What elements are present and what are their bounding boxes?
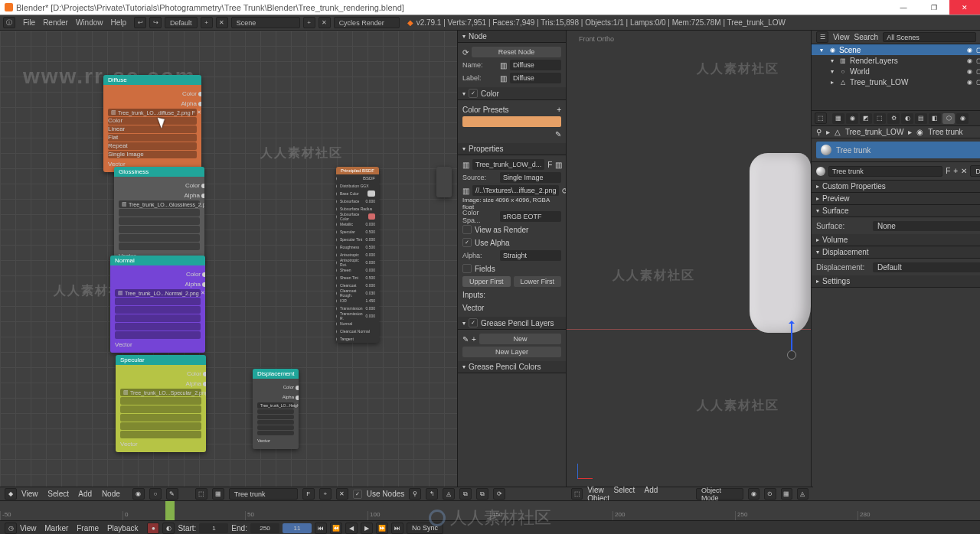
section-preview[interactable]: ▸Preview	[812, 193, 980, 205]
path-field[interactable]: //..\Textures\...iffuse_2.png	[472, 185, 559, 196]
object-gizmo[interactable]	[785, 321, 799, 357]
gp-new-button[interactable]: New	[479, 334, 561, 344]
principled-input[interactable]: Specular Tint0.000	[336, 236, 379, 243]
section-color[interactable]: Color	[458, 87, 566, 100]
properties-tab[interactable]: ▤	[915, 113, 927, 124]
folder-icon[interactable]: ▥	[462, 187, 469, 195]
principled-input[interactable]: Clearcoat Normal	[336, 327, 379, 335]
shader-type-object-icon[interactable]: ◉	[132, 488, 145, 500]
visibility-icon[interactable]: ◉	[965, 46, 973, 54]
expand-icon[interactable]: ▸	[828, 78, 836, 86]
node-normal[interactable]: Normal Color Alpha ▥Tree_trunk_LO...Norm…	[110, 256, 205, 353]
material-slot[interactable]: Tree trunk	[816, 142, 980, 158]
menu-view[interactable]: View	[587, 486, 604, 494]
minimize-button[interactable]: —	[888, 0, 919, 15]
outliner-row[interactable]: ▾◉Scene◉▢◎	[812, 44, 980, 55]
expand-icon[interactable]: ▾	[818, 46, 825, 54]
pin-icon[interactable]: ⚲	[816, 128, 822, 136]
node-header[interactable]: Principled BSDF	[336, 167, 379, 174]
color-well[interactable]	[462, 116, 561, 127]
fields-checkbox[interactable]	[462, 264, 472, 273]
section-properties[interactable]: Properties	[458, 143, 566, 155]
gp-icon[interactable]: ✎	[462, 335, 469, 344]
texture-icon[interactable]: ▦	[212, 488, 224, 500]
unlink-icon[interactable]: ▥	[555, 161, 562, 169]
mesh-tree-trunk[interactable]	[750, 153, 811, 333]
layers-icon[interactable]: ▦	[781, 488, 792, 500]
editor-type-icon[interactable]: ◷	[5, 523, 17, 534]
node-diffuse[interactable]: Diffuse Color Alpha ▥Tree_trunk_LO...dif…	[103, 75, 201, 172]
reset-icon[interactable]: ⟳	[462, 48, 469, 57]
gp-new-layer-button[interactable]: New Layer	[462, 347, 561, 357]
node-editor-viewport[interactable]: www.rr-sc.com 人人素材社区 人人素材社区 Diffuse Colo…	[0, 31, 458, 500]
node-output[interactable]	[436, 167, 452, 197]
close-button[interactable]: ✕	[949, 0, 980, 15]
section-displacement[interactable]: ▾Displacement	[812, 246, 980, 259]
principled-input[interactable]: Normal	[336, 320, 379, 327]
node-image-field[interactable]: ▥Tree_trunk_LO...diffuse_2.pngF✕	[108, 109, 197, 116]
shading-solid-icon[interactable]: ◉	[748, 488, 760, 500]
principled-input[interactable]: Subsurface0.000	[336, 197, 379, 205]
properties-tab[interactable]: ◧	[929, 113, 941, 124]
section-custom-properties[interactable]: ▸Custom Properties	[812, 181, 980, 193]
record-icon[interactable]: ●	[147, 523, 159, 534]
menu-file[interactable]: File	[23, 18, 35, 27]
add-material-icon[interactable]: +	[319, 488, 332, 500]
eyedropper-icon[interactable]: ✎	[555, 130, 561, 138]
principled-input[interactable]: Transmission R.0.000	[336, 312, 379, 320]
jump-end-icon[interactable]: ⏭	[391, 523, 403, 534]
go-parent-icon[interactable]: ↰	[426, 488, 438, 500]
principled-input[interactable]: Metallic0.000	[336, 220, 379, 228]
fake-user-button[interactable]: F	[946, 167, 950, 175]
section-grease-pencil-colors[interactable]: Grease Pencil Colors	[458, 361, 566, 373]
properties-tab[interactable]: ⬚	[874, 113, 886, 124]
surface-dropdown[interactable]: None	[873, 221, 980, 231]
menu-view[interactable]: View	[21, 490, 38, 498]
fake-user-button[interactable]: F	[547, 161, 552, 169]
material-name-input[interactable]	[828, 166, 942, 177]
fake-user-button[interactable]: F	[302, 488, 315, 500]
node-header[interactable]: Displacement	[253, 369, 299, 379]
source-dropdown[interactable]: Single Image	[500, 172, 561, 183]
play-icon[interactable]: ▶	[361, 523, 373, 534]
expand-icon[interactable]: ▾	[828, 67, 836, 75]
principled-input[interactable]: Subsurface Color	[336, 213, 379, 220]
maximize-button[interactable]: ❐	[919, 0, 949, 15]
outliner-editor-icon[interactable]: ☰	[816, 31, 828, 43]
principled-input[interactable]: Distribution GGX	[336, 182, 379, 190]
keyframe-prev-icon[interactable]: ⏪	[330, 523, 342, 534]
selectable-icon[interactable]: ▢	[975, 78, 980, 86]
current-frame-input[interactable]: 11	[283, 523, 312, 533]
selectable-icon[interactable]: ▢	[975, 46, 980, 54]
menu-frame[interactable]: Frame	[77, 524, 99, 532]
properties-tab[interactable]: ◉	[846, 113, 858, 124]
material-link-dropdown[interactable]: Data	[970, 165, 980, 177]
editor-type-icon[interactable]: ⬚	[571, 488, 583, 500]
mode-dropdown[interactable]: Object Mode	[696, 488, 743, 500]
principled-input[interactable]: Anisotropic Rot.0.000	[336, 259, 379, 266]
outliner-row[interactable]: ▸△Tree_trunk_LOW◉▢◎	[812, 77, 980, 87]
jump-start-icon[interactable]: ⏮	[315, 523, 327, 534]
view-as-render-checkbox[interactable]	[462, 225, 472, 234]
principled-input[interactable]: Base Color	[336, 190, 379, 197]
autokey-icon[interactable]: ◐	[162, 523, 175, 534]
start-frame-input[interactable]: 1	[199, 523, 228, 533]
node-label-input[interactable]: Diffuse	[510, 73, 561, 83]
section-surface[interactable]: ▾Surface	[812, 205, 980, 217]
add-preset-icon[interactable]: +	[557, 106, 561, 114]
menu-view[interactable]: View	[20, 524, 37, 532]
delete-scene-icon[interactable]: ✕	[318, 17, 331, 28]
menu-select[interactable]: Select	[614, 486, 635, 494]
menu-add[interactable]: Add	[78, 490, 92, 498]
principled-input[interactable]: IOR1.450	[336, 297, 379, 304]
node-header[interactable]: Normal	[110, 256, 205, 265]
menu-marker[interactable]: Marker	[44, 524, 68, 532]
node-principled-bsdf[interactable]: Principled BSDF BSDF Distribution GGXBas…	[336, 167, 379, 343]
3d-viewport[interactable]: 人人素材社区 人人素材社区 人人素材社区 Front Ortho (1 1) T…	[567, 31, 812, 500]
node-header[interactable]: Glossiness	[114, 167, 204, 177]
menu-select[interactable]: Select	[47, 490, 69, 498]
principled-input[interactable]: Clearcoat Rough.0.030	[336, 289, 379, 297]
alpha-dropdown[interactable]: Straight	[500, 250, 561, 261]
principled-input[interactable]: Sheen0.000	[336, 266, 379, 274]
section-settings[interactable]: ▸Settings	[812, 275, 980, 288]
